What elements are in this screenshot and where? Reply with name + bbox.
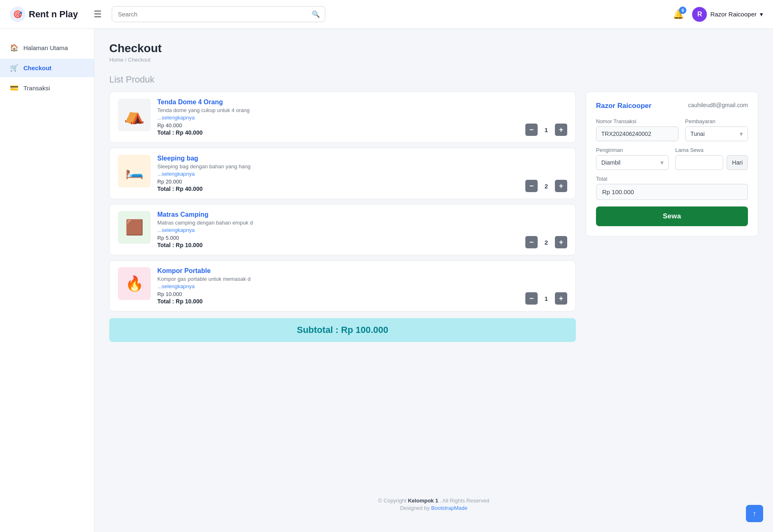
footer-bootstrapmade-link[interactable]: BootstrapMade <box>431 505 467 511</box>
breadcrumb-home[interactable]: Home <box>109 57 124 63</box>
hamburger-button[interactable]: ☰ <box>90 7 105 21</box>
product-description: Tenda dome yang cukup untuk 4 orang <box>157 107 519 113</box>
sewa-button[interactable]: Sewa <box>596 206 748 226</box>
qty-value: 2 <box>540 183 552 190</box>
qty-decrease-button[interactable]: − <box>525 180 538 192</box>
sidebar-item-checkout[interactable]: 🛒 Checkout <box>0 59 94 77</box>
product-total: Total : Rp 40.000 <box>157 129 519 136</box>
topnav: 🎯 Rent n Play ☰ 🔍 🔔 6 R Razor Raicooper … <box>0 0 773 29</box>
home-icon: 🏠 <box>10 44 18 52</box>
subtotal-bar: Subtotal : Rp 100.000 <box>109 318 576 342</box>
product-image: 🟫 <box>118 211 151 244</box>
product-card: ⛺ Tenda Dome 4 Orang Tenda dome yang cuk… <box>109 92 576 143</box>
qty-decrease-button[interactable]: − <box>525 124 538 136</box>
user-name: Razor Raicooper <box>710 11 757 18</box>
product-info: Matras Camping Matras camping dengan bah… <box>157 211 519 248</box>
lama-sewa-row: Hari <box>675 155 748 170</box>
product-list: ⛺ Tenda Dome 4 Orang Tenda dome yang cuk… <box>109 92 576 342</box>
nav-right: 🔔 6 R Razor Raicooper ▾ <box>673 7 763 22</box>
product-description: Matras camping dengan bahan empuk d <box>157 220 519 226</box>
credit-card-icon: 💳 <box>10 84 18 92</box>
nomor-transaksi-input[interactable] <box>596 126 679 141</box>
footer: © Copyright Kelompok 1 . All Rights Rese… <box>109 484 758 519</box>
product-link[interactable]: ...selengkapnya <box>157 283 519 289</box>
qty-controls: − 1 + <box>525 292 567 305</box>
pembayaran-select-wrapper: Tunai Transfer QRIS ▼ <box>685 126 748 141</box>
order-summary: Razor Raicooper cauhileud8@gmail.com Nom… <box>586 92 758 236</box>
qty-value: 1 <box>540 295 552 302</box>
product-image: ⛺ <box>118 99 151 131</box>
pengiriman-select[interactable]: Diambil Dikirim <box>596 155 669 170</box>
notification-badge: 6 <box>679 7 686 14</box>
search-input[interactable] <box>112 7 307 22</box>
product-card: 🛏️ Sleeping bag Sleeping bag dengan baha… <box>109 148 576 199</box>
logo-icon: 🎯 <box>10 7 25 22</box>
lama-sewa-input[interactable] <box>675 155 723 170</box>
product-price: Rp 5.000 <box>157 235 519 241</box>
form-group-pengiriman: Pengiriman Diambil Dikirim ▼ <box>596 147 669 170</box>
pembayaran-select[interactable]: Tunai Transfer QRIS <box>685 126 748 141</box>
product-price: Rp 40.000 <box>157 122 519 128</box>
product-link[interactable]: ...selengkapnya <box>157 115 519 121</box>
qty-value: 1 <box>540 126 552 133</box>
user-avatar: R <box>692 7 707 22</box>
layout: 🏠 Halaman Utama 🛒 Checkout 💳 Transaksi C… <box>0 29 773 532</box>
form-row-1: Nomor Transaksi Pembayaran Tunai Transfe… <box>596 118 748 141</box>
total-value: Rp 100.000 <box>596 184 748 200</box>
form-group-lama-sewa: Lama Sewa Hari <box>675 147 748 170</box>
sidebar-item-transaksi[interactable]: 💳 Transaksi <box>0 79 94 97</box>
summary-user-name: Razor Raicooper <box>596 102 651 110</box>
product-link[interactable]: ...selengkapnya <box>157 227 519 233</box>
lama-sewa-label: Lama Sewa <box>675 147 748 153</box>
breadcrumb-current: Checkout <box>128 57 151 63</box>
qty-increase-button[interactable]: + <box>555 292 567 305</box>
pembayaran-label: Pembayaran <box>685 118 748 124</box>
nomor-transaksi-label: Nomor Transaksi <box>596 118 679 124</box>
qty-increase-button[interactable]: + <box>555 236 567 248</box>
summary-header: Razor Raicooper cauhileud8@gmail.com <box>596 102 748 110</box>
qty-value: 2 <box>540 239 552 246</box>
product-card: 🟫 Matras Camping Matras camping dengan b… <box>109 204 576 255</box>
product-link[interactable]: ...selengkapnya <box>157 171 519 177</box>
form-group-pembayaran: Pembayaran Tunai Transfer QRIS ▼ <box>685 118 748 141</box>
product-name: Kompor Portable <box>157 267 519 275</box>
scroll-top-button[interactable]: ↑ <box>746 505 763 522</box>
qty-decrease-button[interactable]: − <box>525 236 538 248</box>
page-header: Checkout Home / Checkout <box>109 42 758 63</box>
form-row-2: Pengiriman Diambil Dikirim ▼ Lama Sewa <box>596 147 748 170</box>
dropdown-arrow-icon: ▾ <box>760 11 763 18</box>
qty-increase-button[interactable]: + <box>555 180 567 192</box>
user-menu-button[interactable]: R Razor Raicooper ▾ <box>692 7 763 22</box>
sidebar-item-label: Checkout <box>23 64 51 71</box>
sidebar-item-label: Transaksi <box>23 85 50 92</box>
breadcrumb: Home / Checkout <box>109 57 758 63</box>
cart-icon: 🛒 <box>10 64 18 72</box>
checkout-grid: ⛺ Tenda Dome 4 Orang Tenda dome yang cuk… <box>109 92 758 342</box>
hari-label: Hari <box>727 155 748 170</box>
qty-controls: − 1 + <box>525 124 567 136</box>
footer-copyright-text: © Copyright <box>378 498 408 504</box>
product-description: Sleeping bag dengan bahan yang hang <box>157 163 519 170</box>
product-info: Tenda Dome 4 Orang Tenda dome yang cukup… <box>157 99 519 136</box>
product-info: Sleeping bag Sleeping bag dengan bahan y… <box>157 155 519 192</box>
subtotal-text: Subtotal : Rp 100.000 <box>297 325 389 335</box>
product-name: Sleeping bag <box>157 155 519 162</box>
footer-brand: Kelompok 1 <box>408 498 438 504</box>
product-card: 🔥 Kompor Portable Kompor gas portable un… <box>109 260 576 312</box>
app-name: Rent n Play <box>29 9 78 20</box>
product-name: Tenda Dome 4 Orang <box>157 99 519 106</box>
main-content: Checkout Home / Checkout List Produk ⛺ T… <box>94 29 773 532</box>
notification-bell[interactable]: 🔔 6 <box>673 9 684 20</box>
logo: 🎯 Rent n Play <box>10 7 84 22</box>
summary-email: cauhileud8@gmail.com <box>688 102 748 108</box>
footer-rights: . All Rights Reserved <box>440 498 490 504</box>
qty-increase-button[interactable]: + <box>555 124 567 136</box>
product-price: Rp 20.000 <box>157 179 519 185</box>
search-button[interactable]: 🔍 <box>307 7 325 21</box>
sidebar-item-halaman-utama[interactable]: 🏠 Halaman Utama <box>0 39 94 57</box>
pengiriman-label: Pengiriman <box>596 147 669 153</box>
product-total: Total : Rp 10.000 <box>157 242 519 248</box>
pengiriman-select-wrapper: Diambil Dikirim ▼ <box>596 155 669 170</box>
qty-decrease-button[interactable]: − <box>525 292 538 305</box>
product-info: Kompor Portable Kompor gas portable untu… <box>157 267 519 305</box>
